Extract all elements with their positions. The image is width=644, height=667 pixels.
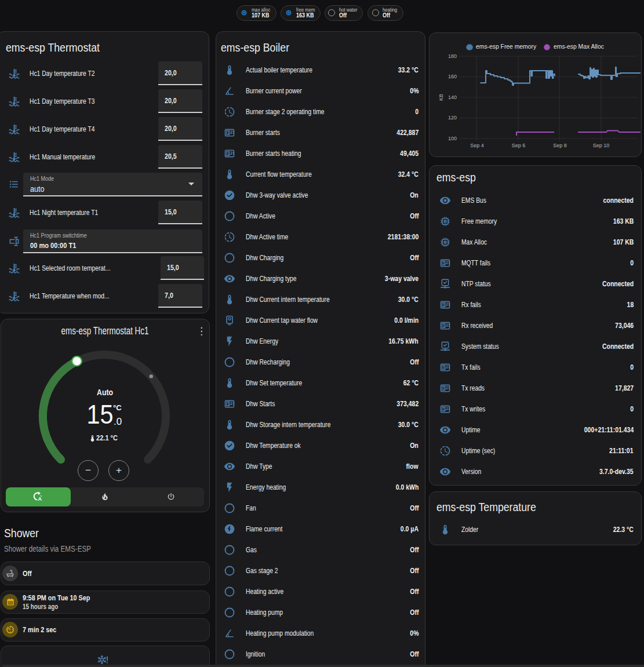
svg-text:A: A <box>38 496 42 502</box>
